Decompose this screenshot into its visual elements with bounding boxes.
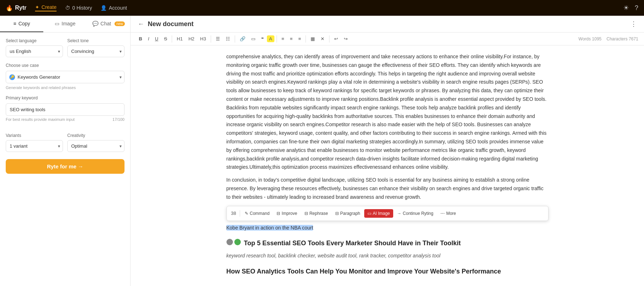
- improve-icon: ⊟: [277, 211, 280, 216]
- tab-chat[interactable]: 💬 Chat new: [87, 16, 130, 32]
- h2-button[interactable]: H2: [186, 35, 197, 43]
- nav-history-label: 0 History: [72, 5, 92, 11]
- nav-create[interactable]: ✦ Create: [35, 4, 57, 11]
- italic-button[interactable]: I: [145, 35, 152, 43]
- tab-chat-label: Chat: [101, 21, 111, 26]
- tone-field: Select tone Convincing Formal Casual: [67, 38, 125, 57]
- rephrase-label: Rephrase: [309, 211, 328, 216]
- continue-ryting-button[interactable]: → Continue Ryting: [394, 209, 436, 218]
- loading-icons: [226, 239, 241, 245]
- ai-image-button[interactable]: ▭ AI Image: [364, 209, 393, 218]
- highlight-button[interactable]: A: [267, 35, 274, 42]
- editor-content: comprehensive analytics, they can identi…: [226, 53, 548, 277]
- continue-label: Continue Ryting: [403, 211, 433, 216]
- sidebar: ≡ Copy ▭ Image 💬 Chat new Select languag…: [0, 16, 131, 286]
- heading-1-text: Top 5 Essential SEO Tools Every Marketer…: [244, 240, 461, 247]
- sidebar-tabs: ≡ Copy ▭ Image 💬 Chat new: [0, 16, 130, 33]
- history-icon: ⏱: [65, 5, 70, 11]
- heading-2: How SEO Analytics Tools Can Help You Mon…: [226, 266, 548, 277]
- sidebar-form: Select language us English UK English Sp…: [0, 33, 130, 286]
- bold-button[interactable]: B: [136, 35, 145, 43]
- improve-button[interactable]: ⊟ Improve: [273, 209, 300, 218]
- paragraph-1: comprehensive analytics, they can identi…: [226, 53, 548, 172]
- rephrase-icon: ⊟: [304, 211, 308, 216]
- help-button[interactable]: ?: [635, 4, 638, 12]
- clear-format-button[interactable]: ✕: [318, 35, 327, 43]
- loading-dot-1: [226, 239, 233, 245]
- language-select[interactable]: us English UK English Spanish: [6, 45, 63, 57]
- command-icon: ✎: [245, 211, 248, 216]
- paragraph-icon: ⊟: [335, 211, 339, 216]
- h1-button[interactable]: H1: [174, 35, 185, 43]
- rephrase-button[interactable]: ⊟ Rephrase: [301, 209, 331, 218]
- heading-1: Top 5 Essential SEO Tools Every Marketer…: [226, 238, 548, 249]
- bullet-list-button[interactable]: ☰: [213, 35, 223, 43]
- tab-image-label: Image: [62, 21, 75, 26]
- use-case-select[interactable]: Keywords Generator: [6, 71, 125, 83]
- command-label: Command: [250, 211, 269, 216]
- inline-sep-1: [240, 210, 240, 217]
- language-tone-row: Select language us English UK English Sp…: [6, 38, 125, 57]
- document-title: New document: [148, 20, 194, 28]
- improve-label: Improve: [282, 211, 297, 216]
- variants-select[interactable]: 1 variant 2 variants 3 variants: [6, 140, 63, 152]
- tone-select[interactable]: Convincing Formal Casual: [67, 45, 125, 57]
- variants-field: Variants 1 variant 2 variants 3 variants: [6, 133, 63, 152]
- toolbar-sep-3: [235, 35, 235, 43]
- toolbar-sep-5: [306, 35, 306, 43]
- brand-icon: 🔥: [6, 5, 13, 11]
- more-options-button[interactable]: ⋮: [630, 20, 637, 28]
- quote-button[interactable]: ❝: [259, 35, 266, 43]
- back-button[interactable]: ←: [138, 20, 144, 28]
- nav-create-label: Create: [42, 4, 57, 10]
- nav-account[interactable]: 👤 Account: [101, 5, 127, 11]
- editor-toolbar: B I U S H1 H2 H3 ☰ ☷ 🔗 ▭ ❝ A ≡ ≡ ≡ ▦ ✕ ↩…: [131, 33, 644, 45]
- tone-select-wrapper: Convincing Formal Casual: [67, 45, 125, 57]
- align-right-button[interactable]: ≡: [296, 35, 304, 43]
- chat-badge: new: [114, 21, 125, 26]
- redo-button[interactable]: ↪: [341, 35, 350, 43]
- tab-copy-label: Copy: [18, 21, 30, 26]
- h3-button[interactable]: H3: [197, 35, 209, 43]
- nav-history[interactable]: ⏱ 0 History: [65, 5, 92, 11]
- primary-keyword-label: Primary keyword: [6, 95, 125, 100]
- creativity-field: Creativity Optimal Low High Max: [67, 133, 125, 152]
- more-button[interactable]: ⋯ More: [437, 209, 459, 218]
- brand-logo[interactable]: 🔥 Rytr: [6, 5, 26, 11]
- use-case-wrapper: 🔑 Keywords Generator ▾: [6, 71, 125, 83]
- align-center-button[interactable]: ≡: [287, 35, 295, 43]
- use-case-icon: 🔑: [9, 74, 15, 80]
- theme-toggle-button[interactable]: ☀: [623, 4, 629, 12]
- strikethrough-button[interactable]: S: [161, 35, 170, 43]
- image-button[interactable]: ▭: [249, 35, 258, 43]
- use-case-label: Choose use case: [6, 63, 125, 68]
- align-left-button[interactable]: ≡: [279, 35, 287, 43]
- paragraph-2: In conclusion, in today's competitive di…: [226, 176, 548, 201]
- keywords-line: keyword research tool, backlink checker,…: [226, 252, 548, 260]
- undo-button[interactable]: ↩: [332, 35, 341, 43]
- ryte-button[interactable]: Ryte for me →: [6, 159, 125, 174]
- primary-keyword-input[interactable]: [6, 103, 125, 116]
- document-header: ← New document ⋮: [131, 16, 644, 33]
- command-button[interactable]: ✎ Command: [241, 209, 273, 218]
- copy-icon: ≡: [13, 21, 16, 26]
- keywords-text: keyword research tool, backlink checker,…: [226, 253, 440, 258]
- toolbar-sep-2: [211, 35, 211, 43]
- paragraph-button[interactable]: ⊟ Paragraph: [332, 209, 364, 218]
- variants-label: Variants: [6, 133, 63, 138]
- tab-image[interactable]: ▭ Image: [43, 16, 87, 32]
- editor-body[interactable]: comprehensive analytics, they can identi…: [131, 45, 644, 286]
- tab-copy[interactable]: ≡ Copy: [0, 16, 43, 32]
- image-icon: ▭: [55, 21, 59, 26]
- ordered-list-button[interactable]: ☷: [223, 35, 233, 43]
- link-button[interactable]: 🔗: [237, 35, 248, 43]
- paragraph-label: Paragraph: [340, 211, 360, 216]
- inline-toolbar: 38 ✎ Command ⊟ Improve ⊟ Rephrase: [226, 206, 548, 221]
- creativity-select[interactable]: Optimal Low High Max: [67, 140, 125, 152]
- table-button[interactable]: ▦: [308, 35, 317, 43]
- loading-dot-2: [234, 239, 241, 245]
- ai-image-icon: ▭: [367, 211, 371, 216]
- chat-icon: 💬: [92, 21, 98, 26]
- underline-button[interactable]: U: [152, 35, 161, 43]
- keyword-counter: 17/100: [112, 117, 125, 122]
